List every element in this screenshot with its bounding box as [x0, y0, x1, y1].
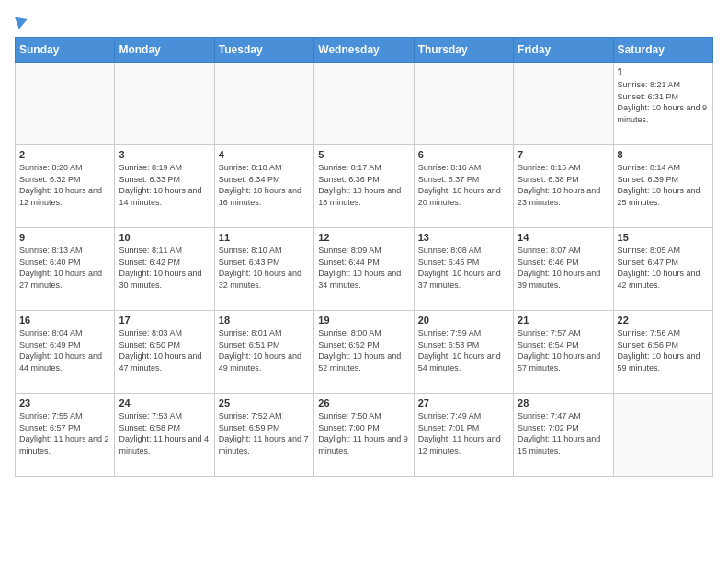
calendar-week-row: 1Sunrise: 8:21 AM Sunset: 6:31 PM Daylig… — [16, 63, 713, 145]
day-info: Sunrise: 7:57 AM Sunset: 6:54 PM Dayligh… — [518, 327, 609, 373]
day-number: 3 — [119, 149, 210, 160]
day-number: 28 — [518, 397, 609, 408]
calendar-day-cell: 1Sunrise: 8:21 AM Sunset: 6:31 PM Daylig… — [613, 63, 712, 145]
calendar-day-cell — [514, 63, 613, 145]
day-number: 4 — [219, 149, 310, 160]
day-info: Sunrise: 8:04 AM Sunset: 6:49 PM Dayligh… — [19, 327, 110, 373]
day-number: 19 — [318, 315, 409, 326]
day-info: Sunrise: 7:56 AM Sunset: 6:56 PM Dayligh… — [618, 327, 709, 373]
calendar-week-row: 9Sunrise: 8:13 AM Sunset: 6:40 PM Daylig… — [16, 228, 713, 311]
day-number: 23 — [19, 397, 110, 408]
calendar-day-cell: 3Sunrise: 8:19 AM Sunset: 6:33 PM Daylig… — [115, 145, 214, 228]
calendar-day-cell: 6Sunrise: 8:16 AM Sunset: 6:37 PM Daylig… — [414, 145, 513, 228]
day-number: 15 — [618, 232, 709, 243]
calendar-day-cell: 21Sunrise: 7:57 AM Sunset: 6:54 PM Dayli… — [514, 311, 613, 394]
calendar-day-cell — [214, 63, 313, 145]
weekday-header-cell: Friday — [514, 38, 613, 63]
day-info: Sunrise: 7:59 AM Sunset: 6:53 PM Dayligh… — [418, 327, 509, 373]
calendar-week-row: 16Sunrise: 8:04 AM Sunset: 6:49 PM Dayli… — [16, 311, 713, 394]
calendar-day-cell — [414, 63, 513, 145]
day-info: Sunrise: 8:05 AM Sunset: 6:47 PM Dayligh… — [618, 245, 709, 291]
calendar-day-cell — [613, 394, 712, 477]
weekday-header-cell: Wednesday — [314, 38, 414, 63]
day-info: Sunrise: 8:20 AM Sunset: 6:32 PM Dayligh… — [19, 162, 110, 208]
calendar-day-cell: 16Sunrise: 8:04 AM Sunset: 6:49 PM Dayli… — [16, 311, 115, 394]
day-number: 21 — [518, 315, 609, 326]
day-number: 26 — [318, 397, 409, 408]
calendar-day-cell: 12Sunrise: 8:09 AM Sunset: 6:44 PM Dayli… — [314, 228, 414, 311]
calendar-day-cell: 20Sunrise: 7:59 AM Sunset: 6:53 PM Dayli… — [414, 311, 513, 394]
calendar-day-cell: 10Sunrise: 8:11 AM Sunset: 6:42 PM Dayli… — [115, 228, 214, 311]
calendar-day-cell: 28Sunrise: 7:47 AM Sunset: 7:02 PM Dayli… — [514, 394, 613, 477]
day-number: 14 — [518, 232, 609, 243]
calendar-day-cell — [314, 63, 414, 145]
calendar-day-cell: 4Sunrise: 8:18 AM Sunset: 6:34 PM Daylig… — [214, 145, 313, 228]
day-info: Sunrise: 8:15 AM Sunset: 6:38 PM Dayligh… — [518, 162, 609, 208]
calendar-day-cell: 15Sunrise: 8:05 AM Sunset: 6:47 PM Dayli… — [613, 228, 712, 311]
day-info: Sunrise: 7:53 AM Sunset: 6:58 PM Dayligh… — [119, 410, 210, 456]
calendar-day-cell: 11Sunrise: 8:10 AM Sunset: 6:43 PM Dayli… — [214, 228, 313, 311]
calendar-day-cell: 13Sunrise: 8:08 AM Sunset: 6:45 PM Dayli… — [414, 228, 513, 311]
calendar-day-cell: 8Sunrise: 8:14 AM Sunset: 6:39 PM Daylig… — [613, 145, 712, 228]
weekday-header-cell: Saturday — [613, 38, 712, 63]
calendar-day-cell: 19Sunrise: 8:00 AM Sunset: 6:52 PM Dayli… — [314, 311, 414, 394]
day-info: Sunrise: 7:55 AM Sunset: 6:57 PM Dayligh… — [19, 410, 110, 456]
calendar-week-row: 2Sunrise: 8:20 AM Sunset: 6:32 PM Daylig… — [16, 145, 713, 228]
day-number: 20 — [418, 315, 509, 326]
calendar-day-cell: 14Sunrise: 8:07 AM Sunset: 6:46 PM Dayli… — [514, 228, 613, 311]
day-info: Sunrise: 8:03 AM Sunset: 6:50 PM Dayligh… — [119, 327, 210, 373]
day-info: Sunrise: 7:52 AM Sunset: 6:59 PM Dayligh… — [219, 410, 310, 456]
day-info: Sunrise: 8:14 AM Sunset: 6:39 PM Dayligh… — [618, 162, 709, 208]
day-number: 10 — [119, 232, 210, 243]
day-number: 12 — [318, 232, 409, 243]
calendar-day-cell: 22Sunrise: 7:56 AM Sunset: 6:56 PM Dayli… — [613, 311, 712, 394]
day-info: Sunrise: 8:01 AM Sunset: 6:51 PM Dayligh… — [219, 327, 310, 373]
calendar-day-cell: 7Sunrise: 8:15 AM Sunset: 6:38 PM Daylig… — [514, 145, 613, 228]
calendar-day-cell: 25Sunrise: 7:52 AM Sunset: 6:59 PM Dayli… — [214, 394, 313, 477]
weekday-header-cell: Monday — [115, 38, 214, 63]
calendar-table: SundayMondayTuesdayWednesdayThursdayFrid… — [15, 37, 713, 477]
logo — [15, 15, 28, 28]
calendar-day-cell: 9Sunrise: 8:13 AM Sunset: 6:40 PM Daylig… — [16, 228, 115, 311]
day-number: 5 — [318, 149, 409, 160]
day-number: 24 — [119, 397, 210, 408]
day-number: 17 — [119, 315, 210, 326]
calendar-day-cell: 23Sunrise: 7:55 AM Sunset: 6:57 PM Dayli… — [16, 394, 115, 477]
day-number: 6 — [418, 149, 509, 160]
weekday-header-row: SundayMondayTuesdayWednesdayThursdayFrid… — [16, 38, 713, 63]
day-number: 8 — [618, 149, 709, 160]
day-number: 1 — [618, 66, 709, 77]
day-info: Sunrise: 8:10 AM Sunset: 6:43 PM Dayligh… — [219, 245, 310, 291]
calendar-day-cell: 17Sunrise: 8:03 AM Sunset: 6:50 PM Dayli… — [115, 311, 214, 394]
calendar-day-cell: 18Sunrise: 8:01 AM Sunset: 6:51 PM Dayli… — [214, 311, 313, 394]
day-number: 27 — [418, 397, 509, 408]
day-info: Sunrise: 8:16 AM Sunset: 6:37 PM Dayligh… — [418, 162, 509, 208]
day-number: 22 — [618, 315, 709, 326]
calendar-day-cell: 27Sunrise: 7:49 AM Sunset: 7:01 PM Dayli… — [414, 394, 513, 477]
day-info: Sunrise: 8:09 AM Sunset: 6:44 PM Dayligh… — [318, 245, 409, 291]
calendar-week-row: 23Sunrise: 7:55 AM Sunset: 6:57 PM Dayli… — [16, 394, 713, 477]
day-info: Sunrise: 8:21 AM Sunset: 6:31 PM Dayligh… — [618, 79, 709, 125]
day-number: 16 — [19, 315, 110, 326]
calendar-day-cell: 5Sunrise: 8:17 AM Sunset: 6:36 PM Daylig… — [314, 145, 414, 228]
day-info: Sunrise: 8:18 AM Sunset: 6:34 PM Dayligh… — [219, 162, 310, 208]
header — [15, 15, 713, 28]
day-info: Sunrise: 8:08 AM Sunset: 6:45 PM Dayligh… — [418, 245, 509, 291]
weekday-header-cell: Tuesday — [214, 38, 313, 63]
day-info: Sunrise: 8:00 AM Sunset: 6:52 PM Dayligh… — [318, 327, 409, 373]
day-info: Sunrise: 7:50 AM Sunset: 7:00 PM Dayligh… — [318, 410, 409, 456]
calendar-day-cell: 26Sunrise: 7:50 AM Sunset: 7:00 PM Dayli… — [314, 394, 414, 477]
day-info: Sunrise: 7:49 AM Sunset: 7:01 PM Dayligh… — [418, 410, 509, 456]
weekday-header-cell: Thursday — [414, 38, 513, 63]
day-number: 25 — [219, 397, 310, 408]
calendar-day-cell — [16, 63, 115, 145]
day-number: 18 — [219, 315, 310, 326]
weekday-header-cell: Sunday — [16, 38, 115, 63]
day-info: Sunrise: 8:13 AM Sunset: 6:40 PM Dayligh… — [19, 245, 110, 291]
day-number: 9 — [19, 232, 110, 243]
day-info: Sunrise: 8:11 AM Sunset: 6:42 PM Dayligh… — [119, 245, 210, 291]
day-number: 2 — [19, 149, 110, 160]
day-info: Sunrise: 8:19 AM Sunset: 6:33 PM Dayligh… — [119, 162, 210, 208]
day-info: Sunrise: 8:17 AM Sunset: 6:36 PM Dayligh… — [318, 162, 409, 208]
calendar-day-cell — [115, 63, 214, 145]
